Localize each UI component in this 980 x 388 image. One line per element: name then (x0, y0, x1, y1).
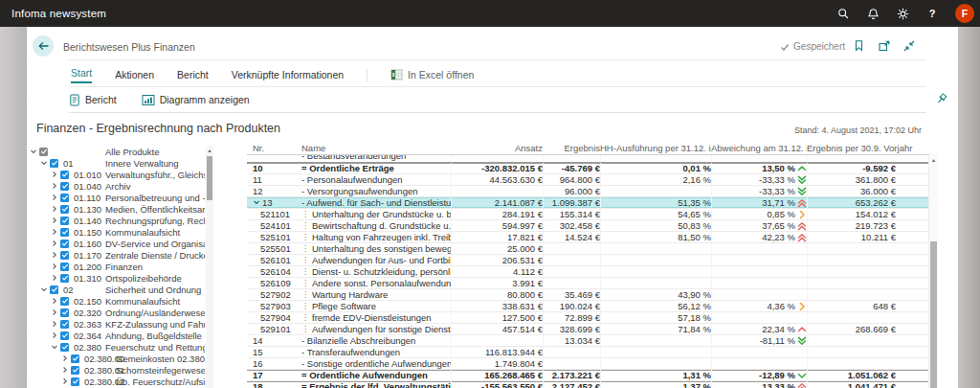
entry-details-icon[interactable]: ⋮ (301, 221, 309, 230)
col-ergebnis-vorjahr[interactable]: Ergebnis per 30.9. Vorjahr (807, 143, 919, 153)
table-row[interactable]: - Bestandsveränderungen (247, 155, 928, 163)
table-row[interactable]: 525101⋮Haltung von Fahrzeugen inkl. Trei… (247, 232, 928, 243)
help-icon[interactable]: ? (925, 7, 939, 20)
tree-item[interactable]: 02Sicherheit und Ordnung (27, 284, 205, 295)
tab-bericht[interactable]: Bericht (177, 69, 209, 80)
checkbox[interactable] (60, 320, 69, 329)
chevron-down-icon[interactable] (253, 198, 260, 206)
col-nr[interactable]: Nr. (247, 143, 301, 153)
table-row[interactable]: 527903⋮Pflege Software338.631 €190.024 €… (247, 301, 928, 312)
cell-name[interactable]: ⋮Pflege Software (301, 301, 451, 311)
entry-details-icon[interactable]: ⋮ (301, 313, 309, 322)
bookmark-icon[interactable] (852, 38, 866, 53)
checkbox[interactable] (60, 217, 69, 225)
tree-item[interactable]: 01.040Archiv (27, 180, 205, 192)
checkbox[interactable] (60, 228, 69, 237)
tree-item[interactable]: 02.320Ordnung/Ausländerwesen, ... (27, 307, 205, 318)
bell-icon[interactable] (866, 7, 880, 20)
checkbox[interactable] (60, 251, 69, 260)
breadcrumb[interactable]: Berichtswesen Plus Finanzen (63, 41, 195, 53)
avatar[interactable]: F (955, 4, 974, 23)
grid-scrollbar[interactable]: ▲ (928, 153, 938, 388)
cell-name[interactable]: - Bestandsveränderungen (301, 155, 451, 161)
entry-details-icon[interactable]: ⋮ (301, 244, 309, 253)
cell-name[interactable]: ⋮Aufwendungen für Aus- und Fortbildung (301, 255, 451, 265)
cell-name[interactable]: ⋮Wartung Hardware (301, 289, 451, 300)
table-row[interactable]: 10= Ordentliche Erträge-320.832.015 €-45… (247, 163, 928, 174)
chevron-down-icon[interactable] (39, 159, 48, 168)
checkbox[interactable] (60, 308, 69, 317)
checkbox[interactable] (60, 194, 69, 202)
checkbox[interactable] (60, 240, 69, 248)
col-ansatz[interactable]: Ansatz (451, 143, 543, 153)
cell-name[interactable]: ⋮Haltung von Fahrzeugen inkl. Treibstoff (301, 232, 451, 242)
tree-scrollbar[interactable]: ▲ (206, 146, 213, 388)
col-ergebnis[interactable]: Ergebnis (543, 143, 600, 153)
entry-details-icon[interactable]: ⋮ (301, 233, 309, 241)
table-row[interactable]: 18= Ergebnis der lfd. Verwaltungstätigke… (247, 381, 928, 388)
chevron-right-icon[interactable] (50, 182, 58, 191)
tree-item[interactable]: 02.380.02Üb. Feuerschutz/Aufsichtsau... (27, 376, 205, 387)
cell-name[interactable]: - Sonstige ordentliche Aufwendungen (301, 358, 451, 369)
chevron-right-icon[interactable] (50, 320, 58, 329)
table-row[interactable]: 524101⋮Bewirtschaftung d. Grundstücke u.… (247, 220, 928, 232)
table-row[interactable]: 14- Bilanzielle Abschreibungen13.034 €-8… (247, 335, 928, 347)
cell-name[interactable]: = Ordentliche Erträge (301, 163, 451, 173)
checkbox[interactable] (60, 182, 69, 191)
tree-item[interactable]: 01.130Medien, Öffentlichkeitsarbei... (27, 203, 205, 215)
chevron-right-icon[interactable] (50, 251, 58, 260)
chevron-down-icon[interactable] (39, 285, 48, 294)
open-in-excel-button[interactable]: In Excel öffnen (390, 69, 474, 80)
table-row[interactable]: 526109⋮Andere sonst. Personalaufwendunge… (247, 278, 928, 289)
col-hh-ausfuehrung[interactable]: HH-Ausführung per 31.12. in % (600, 143, 711, 153)
checkbox[interactable] (50, 159, 58, 168)
entry-details-icon[interactable]: ⋮ (301, 325, 309, 333)
tree-item[interactable]: 01.150Kommunalaufsicht (27, 226, 205, 238)
chevron-down-icon[interactable] (29, 148, 37, 156)
cell-name[interactable]: ⋮fremde EDV-Dienstleistungen (301, 312, 451, 323)
chevron-right-icon[interactable] (50, 217, 58, 225)
entry-details-icon[interactable]: ⋮ (301, 210, 309, 218)
cell-name[interactable]: ⋮Bewirtschaftung d. Grundstücke u. baul.… (301, 220, 451, 231)
cell-name[interactable]: = Ergebnis der lfd. Verwaltungstätigkeit (301, 381, 451, 388)
chevron-right-icon[interactable] (60, 354, 69, 363)
table-row[interactable]: 525501⋮Unterhaltung des sonstigen bewegl… (247, 243, 928, 255)
tree-item[interactable]: 02.363KFZ-Zulassung und Fahrerla... (27, 318, 205, 330)
cell-name[interactable]: - Transferaufwendungen (301, 347, 451, 357)
col-name[interactable]: Name (301, 143, 451, 153)
open-in-window-icon[interactable] (877, 38, 891, 53)
cell-name[interactable]: - Bilanzielle Abschreibungen (301, 335, 451, 346)
tree-item[interactable]: 02.380.00Gemeinkosten 02.380 (27, 353, 205, 364)
table-row[interactable]: 527902⋮Wartung Hardware80.800 €35.469 €4… (247, 289, 928, 301)
tab-start[interactable]: Start (71, 67, 92, 83)
tab-aktionen[interactable]: Aktionen (115, 69, 154, 80)
checkbox[interactable] (60, 262, 69, 271)
tree-scrollbar-thumb[interactable] (207, 156, 212, 200)
tree-item[interactable]: 01.170Zentrale Dienste / Druckerei (27, 249, 205, 261)
checkbox[interactable] (60, 274, 69, 283)
cell-name[interactable]: ⋮Dienst- u. Schutzkleidung, persönliche … (301, 266, 451, 277)
table-row[interactable]: 13- Aufwend. für Sach- und Dienstleistun… (247, 197, 928, 209)
checkbox[interactable] (71, 377, 79, 386)
scroll-up-icon[interactable]: ▲ (206, 148, 213, 153)
checkbox[interactable] (50, 285, 58, 294)
scroll-up-icon[interactable]: ▲ (929, 157, 938, 163)
checkbox[interactable] (60, 171, 69, 179)
cell-name[interactable]: - Aufwend. für Sach- und Dienstleistunge… (301, 197, 451, 208)
tree-item[interactable]: Alle Produkte (27, 146, 205, 157)
pin-icon[interactable] (934, 92, 948, 106)
cell-name[interactable]: - Personalaufwendungen (301, 174, 451, 185)
col-abweichung[interactable]: Abweichung am 31.12. in % (711, 143, 807, 153)
tree-item[interactable]: 02.380.01Schornsteinfegerwesen (27, 364, 205, 376)
chevron-right-icon[interactable] (50, 171, 58, 179)
chevron-right-icon[interactable] (60, 377, 69, 386)
chevron-right-icon[interactable] (50, 331, 58, 340)
cell-name[interactable]: ⋮Unterhaltung des sonstigen bewegliche V… (301, 243, 451, 254)
chevron-right-icon[interactable] (60, 366, 69, 375)
tree-item[interactable]: 01.200Finanzen (27, 261, 205, 272)
chevron-right-icon[interactable] (50, 308, 58, 317)
cell-name[interactable]: ⋮Aufwendungen für sonstige Dienstleistun… (301, 324, 451, 334)
cell-name[interactable]: - Versorgungsaufwendungen (301, 186, 451, 196)
checkbox[interactable] (71, 354, 79, 363)
checkbox[interactable] (39, 148, 48, 156)
